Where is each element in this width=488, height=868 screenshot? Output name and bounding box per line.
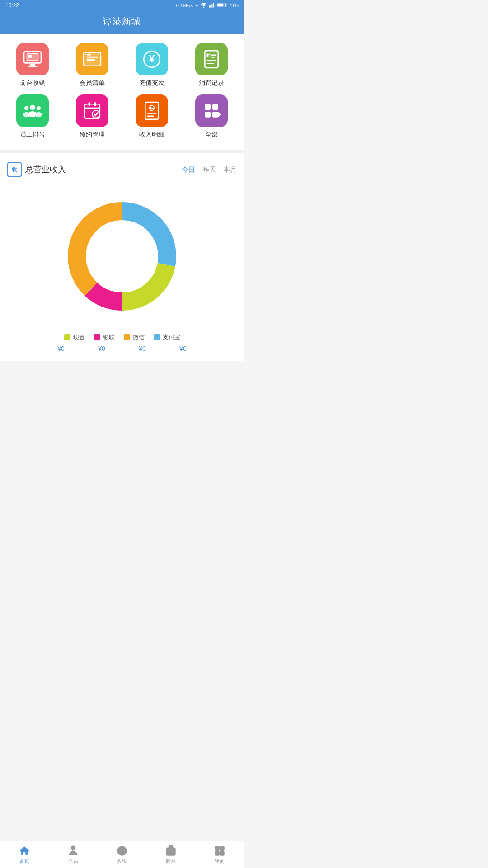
legend-dot-cash	[64, 334, 70, 340]
legend-union: 银联	[94, 333, 115, 341]
menu-label-cashier: 前台收银	[20, 79, 45, 87]
revenue-section: 收 总营业收入 今日 昨天 本月	[0, 153, 244, 361]
svg-rect-8	[217, 4, 223, 7]
battery-percent: 73%	[229, 3, 239, 8]
menu-section: 前台收银 会员清单 ¥ 充值充次 ¥ 消费记录	[0, 34, 244, 150]
amount-wechat: ¥0	[127, 345, 158, 352]
bluetooth-icon: ⁕	[195, 3, 199, 9]
svg-rect-37	[94, 102, 96, 106]
svg-rect-24	[211, 55, 216, 56]
svg-point-31	[24, 106, 29, 111]
svg-rect-3	[211, 4, 212, 7]
tab-today[interactable]: 今日	[182, 165, 195, 174]
menu-item-booking[interactable]: 预约管理	[64, 94, 120, 139]
amount-cash: ¥0	[45, 345, 77, 352]
svg-rect-38	[84, 108, 100, 109]
menu-grid: 前台收银 会员清单 ¥ 充值充次 ¥ 消费记录	[5, 43, 239, 139]
svg-rect-1	[209, 5, 210, 7]
svg-rect-12	[30, 64, 35, 66]
menu-label-all: 全部	[205, 131, 218, 139]
donut-chart-container	[7, 184, 237, 333]
legend-label-wechat: 微信	[133, 333, 145, 341]
menu-item-income-detail[interactable]: 收入明细	[124, 94, 180, 139]
svg-rect-47	[212, 104, 218, 110]
legend-label-union: 银联	[103, 333, 115, 341]
legend-alipay: 支付宝	[154, 333, 180, 341]
svg-rect-36	[89, 102, 90, 106]
menu-icon-consumption: ¥	[195, 43, 228, 75]
legend-cash: 现金	[64, 333, 85, 341]
menu-label-recharge: 充值充次	[139, 79, 164, 87]
app-header: 谭港新城	[0, 11, 244, 34]
svg-rect-17	[86, 57, 98, 58]
svg-rect-4	[213, 3, 214, 8]
svg-rect-44	[147, 113, 157, 114]
svg-rect-27	[207, 63, 214, 64]
legend-label-alipay: 支付宝	[163, 333, 180, 341]
svg-rect-5	[215, 2, 215, 7]
svg-rect-19	[86, 54, 91, 55]
legend-dot-wechat	[124, 334, 130, 340]
svg-rect-46	[205, 104, 211, 110]
svg-rect-13	[28, 66, 38, 67]
svg-text:¥: ¥	[208, 52, 211, 58]
menu-label-income-detail: 收入明细	[139, 131, 164, 139]
revenue-section-icon: 收	[7, 162, 22, 177]
revenue-tabs: 今日 昨天 本月	[182, 165, 237, 174]
svg-rect-26	[207, 60, 216, 61]
status-bar: 10:22 0.19K/s ⁕	[0, 0, 244, 11]
svg-point-34	[35, 112, 42, 117]
svg-point-29	[30, 105, 35, 110]
legend-wechat: 微信	[124, 333, 145, 341]
menu-item-all[interactable]: 全部	[183, 94, 239, 139]
donut-hole	[87, 221, 157, 292]
status-time: 10:22	[5, 2, 19, 9]
menu-label-staff-queue: 员工排号	[20, 131, 45, 139]
svg-rect-14	[28, 55, 32, 58]
svg-text:¥: ¥	[149, 53, 155, 65]
section-divider	[0, 150, 244, 153]
menu-item-staff-queue[interactable]: 员工排号	[5, 94, 61, 139]
svg-rect-25	[211, 57, 215, 58]
svg-rect-18	[86, 59, 95, 61]
tab-yesterday[interactable]: 昨天	[202, 165, 216, 174]
svg-rect-43	[149, 108, 155, 109]
status-right: 0.19K/s ⁕ 73	[176, 2, 239, 9]
svg-point-33	[37, 106, 41, 111]
menu-item-consumption[interactable]: ¥ 消费记录	[183, 43, 239, 87]
svg-point-32	[23, 112, 30, 117]
legend-label-cash: 现金	[73, 333, 85, 341]
menu-icon-all	[195, 94, 228, 127]
menu-icon-booking	[76, 94, 108, 127]
menu-item-cashier[interactable]: 前台收银	[5, 43, 61, 87]
svg-rect-22	[205, 51, 218, 68]
menu-label-member-list: 会员清单	[80, 79, 105, 87]
menu-label-booking: 预约管理	[80, 131, 105, 139]
menu-icon-staff-queue	[16, 94, 49, 127]
menu-item-member-list[interactable]: 会员清单	[64, 43, 120, 87]
menu-icon-recharge: ¥	[136, 43, 168, 75]
donut-chart	[54, 189, 190, 324]
chart-legend: 现金 银联 微信 支付宝	[7, 333, 237, 341]
tab-month[interactable]: 本月	[223, 165, 237, 174]
battery-icon	[217, 2, 227, 9]
legend-dot-union	[94, 334, 100, 340]
svg-rect-48	[205, 112, 211, 118]
menu-item-recharge[interactable]: ¥ 充值充次	[124, 43, 180, 87]
legend-amounts: ¥0 ¥0 ¥0 ¥0	[7, 345, 237, 352]
amount-union: ¥0	[86, 345, 117, 352]
revenue-header: 收 总营业收入 今日 昨天 本月	[7, 162, 237, 177]
revenue-title: 总营业收入	[25, 164, 178, 175]
legend-dot-alipay	[154, 334, 160, 340]
network-speed: 0.19K/s	[176, 3, 193, 8]
menu-icon-member-list	[76, 43, 108, 75]
menu-label-consumption: 消费记录	[199, 79, 224, 87]
svg-rect-2	[210, 5, 211, 7]
wifi-icon	[201, 2, 207, 9]
menu-icon-cashier	[16, 43, 49, 75]
svg-rect-45	[147, 116, 154, 117]
svg-point-0	[203, 7, 204, 8]
signal-icon	[209, 2, 215, 9]
svg-rect-7	[225, 4, 226, 6]
amount-alipay: ¥0	[167, 345, 199, 352]
